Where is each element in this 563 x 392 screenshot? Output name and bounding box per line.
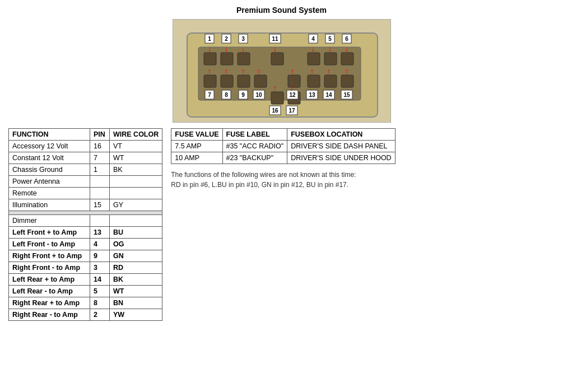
svg-rect-3: [221, 53, 233, 65]
svg-rect-5: [271, 53, 283, 65]
svg-rect-4: [238, 53, 250, 65]
cell-pin: 2: [90, 309, 110, 321]
svg-text:4: 4: [311, 36, 315, 42]
svg-text:↓: ↓: [241, 44, 245, 53]
cell-pin: 14: [90, 274, 110, 286]
cell-fuse-value: 10 AMP: [171, 152, 222, 164]
svg-text:↑: ↑: [273, 83, 277, 92]
cell-function: Chassis Ground: [9, 164, 90, 176]
svg-text:3: 3: [241, 36, 245, 42]
svg-text:10: 10: [255, 92, 262, 98]
cell-wire-color: WT: [110, 286, 162, 297]
page-title: Premium Sound System: [8, 6, 555, 15]
svg-text:15: 15: [343, 92, 350, 98]
cell-pin: 13: [90, 227, 110, 239]
cell-pin: 15: [90, 199, 110, 211]
table-row: Right Front - to Amp3RD: [9, 262, 162, 274]
svg-text:17: 17: [289, 108, 295, 114]
cell-pin: 7: [90, 152, 110, 164]
cell-function: Left Rear - to Amp: [9, 286, 90, 297]
svg-rect-11: [238, 75, 250, 87]
table-row: Left Front + to Amp13BU: [9, 227, 162, 239]
svg-text:6: 6: [345, 36, 348, 42]
svg-rect-12: [254, 75, 267, 87]
fuse-table-row: 7.5 AMP#35 "ACC RADIO"DRIVER'S SIDE DASH…: [171, 141, 395, 152]
connector-diagram-area: 1 2 3 11 4 5 6: [8, 19, 555, 123]
cell-function: Constant 12 Volt: [9, 152, 90, 164]
cell-fusebox-location: DRIVER'S SIDE DASH PANEL: [287, 141, 396, 152]
cell-function: Illumination: [9, 199, 90, 211]
note-line1: The functions of the following wires are…: [171, 171, 356, 179]
svg-rect-6: [308, 53, 320, 65]
table-row: Illumination15GY: [9, 199, 162, 211]
svg-rect-7: [324, 53, 337, 65]
svg-rect-2: [204, 53, 216, 65]
cell-wire-color: BK: [110, 164, 162, 176]
cell-function: Left Rear + to Amp: [9, 274, 90, 286]
cell-wire-color: [110, 215, 162, 227]
svg-text:↑: ↑: [241, 67, 245, 76]
table-row: Left Rear - to Amp5WT: [9, 286, 162, 297]
cell-pin: 4: [90, 239, 110, 250]
svg-text:↑: ↑: [290, 67, 294, 76]
svg-rect-17: [271, 92, 283, 104]
svg-text:↓: ↓: [207, 44, 211, 53]
svg-rect-9: [204, 75, 216, 87]
cell-wire-color: OG: [110, 239, 162, 250]
cell-wire-color: GY: [110, 199, 162, 211]
table-row: Accessory 12 Volt16VT: [9, 141, 162, 152]
cell-pin: 3: [90, 262, 110, 274]
cell-function: Power Antenna: [9, 176, 90, 188]
cell-wire-color: YW: [110, 309, 162, 321]
svg-text:7: 7: [208, 92, 211, 98]
table-row: Right Rear + to Amp8BN: [9, 297, 162, 309]
cell-wire-color: RD: [110, 262, 162, 274]
col-fusebox-location: FUSEBOX LOCATION: [287, 129, 396, 141]
fuse-table-container: FUSE VALUE FUSE LABEL FUSEBOX LOCATION 7…: [171, 128, 555, 164]
cell-pin: 9: [90, 250, 110, 262]
svg-text:↓: ↓: [311, 44, 315, 53]
table-row: Left Rear + to Amp14BK: [9, 274, 162, 286]
note-line2: RD in pin #6, L.BU in pin #10, GN in pin…: [171, 181, 348, 189]
table-row: Right Front + to Amp9GN: [9, 250, 162, 262]
note-text: The functions of the following wires are…: [171, 170, 555, 190]
cell-fuse-value: 7.5 AMP: [171, 141, 222, 152]
cell-pin: [90, 188, 110, 199]
svg-text:8: 8: [225, 92, 228, 98]
cell-fuse-label: #23 "BACKUP": [222, 152, 287, 164]
svg-rect-10: [221, 75, 233, 87]
svg-text:↓: ↓: [328, 44, 332, 53]
cell-function: Left Front - to Amp: [9, 239, 90, 250]
cell-function: Right Rear + to Amp: [9, 297, 90, 309]
cell-pin: 1: [90, 164, 110, 176]
right-area: FUSE VALUE FUSE LABEL FUSEBOX LOCATION 7…: [171, 128, 555, 190]
cell-function: Right Front + to Amp: [9, 250, 90, 262]
main-table: FUNCTION PIN WIRE COLOR Accessory 12 Vol…: [8, 128, 162, 321]
svg-rect-8: [341, 53, 353, 65]
svg-text:↑: ↑: [345, 67, 348, 76]
col-wire-color: WIRE COLOR: [110, 129, 162, 141]
svg-text:12: 12: [289, 92, 296, 98]
cell-wire-color: BN: [110, 297, 162, 309]
cell-pin: [90, 176, 110, 188]
cell-function: Accessory 12 Volt: [9, 141, 90, 152]
svg-text:16: 16: [272, 108, 278, 114]
main-table-container: FUNCTION PIN WIRE COLOR Accessory 12 Vol…: [8, 128, 162, 321]
tables-area: FUNCTION PIN WIRE COLOR Accessory 12 Vol…: [8, 128, 555, 321]
cell-function: Remote: [9, 188, 90, 199]
table-row: Remote: [9, 188, 162, 199]
col-fuse-label: FUSE LABEL: [222, 129, 287, 141]
connector-svg: 1 2 3 11 4 5 6: [173, 19, 390, 123]
connector-image: 1 2 3 11 4 5 6: [173, 19, 391, 123]
svg-text:11: 11: [272, 36, 278, 42]
col-function: FUNCTION: [9, 129, 90, 141]
svg-text:↓: ↓: [273, 44, 277, 53]
cell-function: Left Front + to Amp: [9, 227, 90, 239]
cell-wire-color: VT: [110, 141, 162, 152]
svg-text:↑: ↑: [327, 67, 331, 76]
svg-text:↑: ↑: [290, 83, 294, 92]
col-fuse-value: FUSE VALUE: [171, 129, 222, 141]
fuse-table: FUSE VALUE FUSE LABEL FUSEBOX LOCATION 7…: [171, 128, 395, 164]
svg-text:↑: ↑: [224, 67, 228, 76]
cell-wire-color: BK: [110, 274, 162, 286]
